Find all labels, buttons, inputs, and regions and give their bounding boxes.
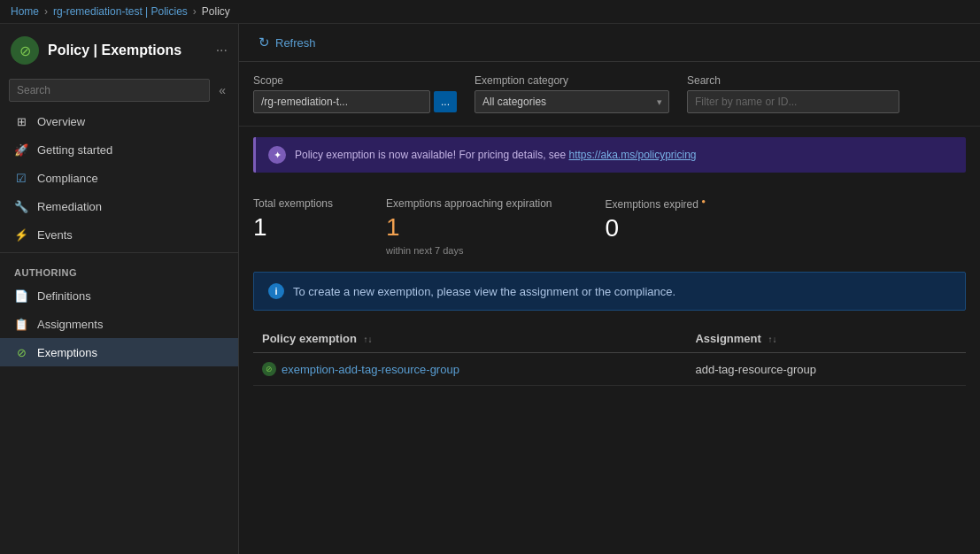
- info-icon: i: [268, 283, 284, 299]
- lightning-icon: ⚡: [14, 227, 28, 242]
- sidebar-item-compliance[interactable]: ☑ Compliance: [0, 164, 238, 192]
- stat-approaching-sub: within next 7 days: [386, 245, 552, 256]
- grid-icon: ⊞: [14, 114, 28, 128]
- promo-text: Policy exemption is now available! For p…: [295, 149, 568, 161]
- alert-box: i To create a new exemption, please view…: [253, 272, 966, 311]
- stat-expired: Exemptions expired ● 0: [606, 197, 706, 256]
- breadcrumb-home[interactable]: Home: [11, 5, 39, 18]
- col-policy-exemption[interactable]: Policy exemption ↑↓: [253, 325, 686, 353]
- promo-link[interactable]: https://aka.ms/policypricing: [568, 149, 696, 161]
- main-content: ↻ Refresh Scope ... Exemption category A…: [239, 24, 980, 554]
- sidebar-title: Policy | Exemptions: [48, 42, 181, 58]
- exemption-row-icon: ⊘: [262, 362, 276, 376]
- filter-bar: Scope ... Exemption category All categor…: [239, 62, 980, 127]
- policy-icon: ⊘: [11, 36, 39, 65]
- stat-total-label: Total exemptions: [253, 197, 333, 210]
- table-header-row: Policy exemption ↑↓ Assignment ↑↓: [253, 325, 966, 353]
- wrench-icon: 🔧: [14, 199, 28, 213]
- exemption-name-cell: ⊘ exemption-add-tag-resource-group: [253, 353, 686, 386]
- stat-total: Total exemptions 1: [253, 197, 333, 256]
- assignment-icon: 📋: [14, 317, 28, 331]
- sidebar-item-events[interactable]: ⚡ Events: [0, 220, 238, 249]
- assignment-cell: add-tag-resource-group: [686, 353, 966, 386]
- sidebar-item-overview[interactable]: ⊞ Overview: [0, 107, 238, 135]
- sidebar-item-exemptions[interactable]: ⊘ Exemptions: [0, 338, 238, 366]
- stat-expired-value: 0: [606, 214, 706, 242]
- scope-label: Scope: [253, 74, 457, 87]
- refresh-icon: ↻: [259, 35, 270, 50]
- sidebar-menu-dots[interactable]: ···: [216, 42, 228, 58]
- category-label: Exemption category: [475, 74, 669, 87]
- check-square-icon: ☑: [14, 171, 28, 185]
- table-row: ⊘ exemption-add-tag-resource-group add-t…: [253, 353, 966, 386]
- exemption-icon: ⊘: [14, 345, 28, 359]
- search-filter-label: Search: [687, 74, 899, 87]
- sidebar: ⊘ Policy | Exemptions ··· « ⊞ Overview 🚀…: [0, 24, 239, 554]
- exemptions-table: Policy exemption ↑↓ Assignment ↑↓ ⊘: [253, 325, 966, 386]
- breadcrumb: Home › rg-remediation-test | Policies › …: [0, 0, 980, 24]
- sort-assignment-icon[interactable]: ↑↓: [768, 335, 776, 344]
- search-filter-input[interactable]: [687, 90, 899, 113]
- alert-text: To create a new exemption, please view t…: [293, 285, 675, 298]
- scope-button[interactable]: ...: [434, 91, 457, 112]
- stat-approaching: Exemptions approaching expiration 1 with…: [386, 197, 552, 256]
- document-icon: 📄: [14, 289, 28, 303]
- stat-approaching-value: 1: [386, 213, 552, 242]
- stat-approaching-label: Exemptions approaching expiration: [386, 197, 552, 210]
- breadcrumb-current: Policy: [202, 5, 230, 18]
- stat-total-value: 1: [253, 213, 333, 242]
- authoring-section-label: Authoring: [0, 257, 238, 281]
- exemption-link[interactable]: ⊘ exemption-add-tag-resource-group: [262, 362, 677, 376]
- stats-row: Total exemptions 1 Exemptions approachin…: [239, 183, 980, 265]
- rocket-icon: 🚀: [14, 142, 28, 157]
- search-input[interactable]: [9, 79, 210, 102]
- sidebar-item-remediation[interactable]: 🔧 Remediation: [0, 192, 238, 220]
- collapse-button[interactable]: «: [215, 81, 229, 99]
- refresh-button[interactable]: ↻ Refresh: [253, 31, 321, 54]
- promo-icon: ✦: [268, 146, 286, 164]
- sort-exemption-icon[interactable]: ↑↓: [364, 335, 373, 344]
- stat-expired-label: Exemptions expired ●: [606, 197, 706, 211]
- sidebar-item-definitions[interactable]: 📄 Definitions: [0, 281, 238, 310]
- promo-banner: ✦ Policy exemption is now available! For…: [253, 137, 966, 173]
- exemptions-table-container: Policy exemption ↑↓ Assignment ↑↓ ⊘: [253, 325, 966, 547]
- col-assignment[interactable]: Assignment ↑↓: [686, 325, 966, 353]
- sidebar-item-assignments[interactable]: 📋 Assignments: [0, 310, 238, 338]
- sidebar-item-getting-started[interactable]: 🚀 Getting started: [0, 135, 238, 164]
- category-select[interactable]: All categories Waiver Mitigated: [475, 90, 669, 113]
- scope-input[interactable]: [253, 90, 430, 113]
- breadcrumb-resource-group[interactable]: rg-remediation-test | Policies: [53, 5, 188, 18]
- toolbar: ↻ Refresh: [239, 24, 980, 62]
